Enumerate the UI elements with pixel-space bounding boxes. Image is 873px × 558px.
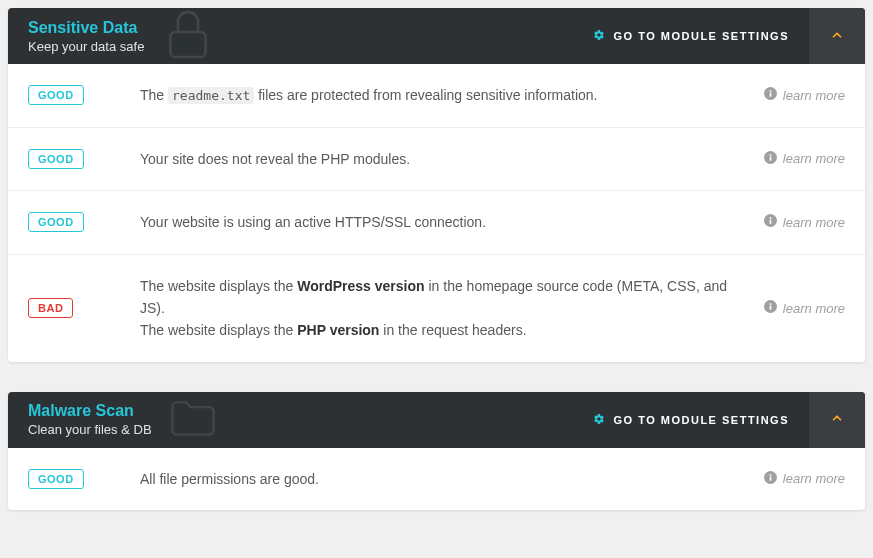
desc-text: The website displays the — [140, 322, 297, 338]
status-description: Your site does not reveal the PHP module… — [140, 148, 764, 170]
svg-rect-6 — [770, 154, 772, 156]
gear-icon — [593, 413, 605, 427]
status-row: GOODThe readme.txt files are protected f… — [8, 64, 865, 128]
info-icon — [764, 300, 777, 316]
status-row: GOODAll file permissions are good.learn … — [8, 448, 865, 510]
learn-more-link[interactable]: learn more — [764, 214, 845, 230]
status-description: The website displays the WordPress versi… — [140, 275, 764, 342]
status-badge: GOOD — [28, 85, 84, 105]
svg-rect-11 — [770, 306, 772, 310]
collapse-toggle[interactable] — [809, 8, 865, 64]
status-row: GOODYour website is using an active HTTP… — [8, 191, 865, 254]
status-description: Your website is using an active HTTPS/SS… — [140, 211, 764, 233]
desc-text: Your website is using an active HTTPS/SS… — [140, 214, 486, 230]
status-description: The readme.txt files are protected from … — [140, 84, 764, 107]
collapse-toggle[interactable] — [809, 392, 865, 448]
svg-rect-2 — [770, 93, 772, 97]
svg-rect-9 — [770, 218, 772, 220]
status-row: BADThe website displays the WordPress ve… — [8, 255, 865, 362]
module-card: Malware ScanClean your files & DBGO TO M… — [8, 392, 865, 510]
chevron-up-icon — [830, 411, 844, 428]
info-icon — [764, 471, 777, 487]
status-row: GOODYour site does not reveal the PHP mo… — [8, 128, 865, 191]
module-settings-link[interactable]: GO TO MODULE SETTINGS — [573, 413, 809, 427]
desc-text: in the request headers. — [379, 322, 526, 338]
learn-more-label: learn more — [783, 215, 845, 230]
desc-text: All file permissions are good. — [140, 471, 319, 487]
status-badge: GOOD — [28, 212, 84, 232]
desc-bold: PHP version — [297, 322, 379, 338]
learn-more-label: learn more — [783, 88, 845, 103]
module-card: Sensitive DataKeep your data safeGO TO M… — [8, 8, 865, 362]
desc-code: readme.txt — [168, 87, 254, 104]
learn-more-link[interactable]: learn more — [764, 471, 845, 487]
module-settings-link[interactable]: GO TO MODULE SETTINGS — [573, 29, 809, 43]
svg-rect-5 — [770, 157, 772, 161]
status-badge: GOOD — [28, 469, 84, 489]
status-badge: BAD — [28, 298, 73, 318]
module-subtitle: Clean your files & DB — [28, 422, 573, 437]
learn-more-link[interactable]: learn more — [764, 87, 845, 103]
desc-bold: WordPress version — [297, 278, 424, 294]
svg-rect-12 — [770, 303, 772, 305]
desc-text: The website displays the — [140, 278, 297, 294]
info-icon — [764, 151, 777, 167]
desc-text: The — [140, 87, 168, 103]
learn-more-label: learn more — [783, 301, 845, 316]
learn-more-label: learn more — [783, 471, 845, 486]
module-subtitle: Keep your data safe — [28, 39, 573, 54]
svg-rect-14 — [770, 477, 772, 481]
learn-more-link[interactable]: learn more — [764, 300, 845, 316]
desc-text: Your site does not reveal the PHP module… — [140, 151, 410, 167]
settings-label: GO TO MODULE SETTINGS — [613, 30, 789, 42]
svg-rect-8 — [770, 220, 772, 224]
chevron-up-icon — [830, 28, 844, 45]
info-icon — [764, 214, 777, 230]
module-title: Sensitive Data — [28, 19, 573, 37]
status-description: All file permissions are good. — [140, 468, 764, 490]
svg-rect-15 — [770, 474, 772, 476]
settings-label: GO TO MODULE SETTINGS — [613, 414, 789, 426]
module-title: Malware Scan — [28, 402, 573, 420]
learn-more-link[interactable]: learn more — [764, 151, 845, 167]
status-badge: GOOD — [28, 149, 84, 169]
gear-icon — [593, 29, 605, 43]
desc-text: files are protected from revealing sensi… — [254, 87, 597, 103]
svg-rect-3 — [770, 91, 772, 93]
module-header: Malware ScanClean your files & DBGO TO M… — [8, 392, 865, 448]
info-icon — [764, 87, 777, 103]
module-header: Sensitive DataKeep your data safeGO TO M… — [8, 8, 865, 64]
learn-more-label: learn more — [783, 151, 845, 166]
